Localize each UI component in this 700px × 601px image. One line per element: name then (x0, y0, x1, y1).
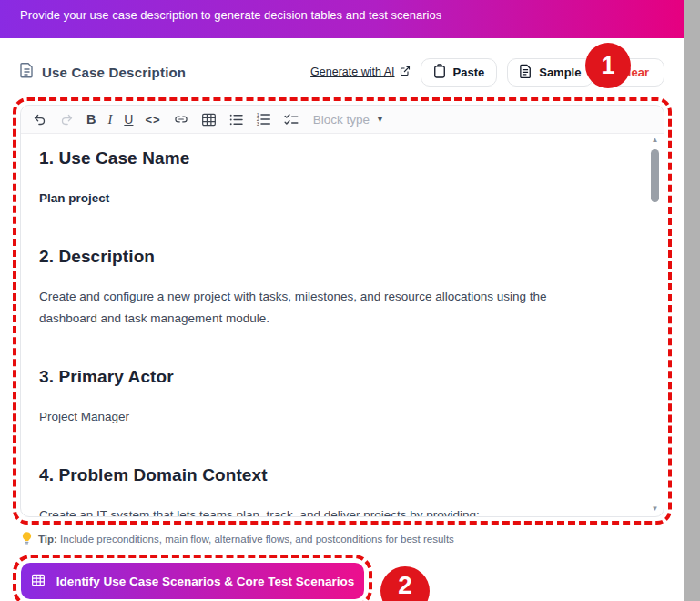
section-body: Plan project (39, 188, 585, 209)
editor-content[interactable]: 1. Use Case Name Plan project 2. Descrip… (21, 148, 664, 517)
tip-row: Tip: Include preconditions, main flow, a… (22, 532, 454, 546)
editor-scrollbar[interactable]: ▲ ▼ (649, 136, 661, 514)
link-icon[interactable] (173, 113, 189, 126)
annotation-badge-1: 1 (585, 43, 631, 88)
section-body: Create and configure a new project with … (39, 286, 585, 330)
app-window: Provide your use case description to gen… (0, 0, 700, 601)
generate-with-ai-label: Generate with AI (310, 66, 394, 78)
insert-table-icon[interactable] (201, 113, 217, 127)
use-case-editor: B I U <> (20, 105, 664, 517)
document-icon (20, 63, 34, 82)
editor-toolbar: B I U <> (21, 106, 664, 134)
scrollbar-thumb[interactable] (651, 149, 659, 202)
paste-label: Paste (453, 66, 485, 79)
section-heading: 2. Description (39, 247, 645, 267)
annotation-badge-2: 2 (380, 566, 430, 601)
section-body: Create an IT system that lets teams plan… (39, 504, 585, 517)
section-heading: 4. Problem Domain Context (39, 465, 645, 485)
generate-with-ai-link[interactable]: Generate with AI (310, 66, 410, 79)
undo-button[interactable] (32, 113, 47, 127)
section-header: Use Case Description Generate with AI (20, 55, 664, 89)
identify-scenarios-button[interactable]: Identify Use Case Scenarios & Core Test … (21, 563, 364, 599)
banner-text: Provide your use case description to gen… (20, 8, 441, 22)
annotation-box-action: Identify Use Case Scenarios & Core Test … (13, 555, 372, 601)
block-type-label: Block type (313, 113, 370, 127)
scroll-up-icon[interactable]: ▲ (649, 136, 661, 145)
info-banner: Provide your use case description to gen… (0, 0, 684, 38)
clipboard-icon (433, 64, 446, 81)
sample-label: Sample (539, 66, 581, 79)
numbered-list-icon[interactable]: 1 2 3 (256, 112, 271, 127)
sample-document-icon (520, 64, 532, 81)
identify-scenarios-label: Identify Use Case Scenarios & Core Test … (56, 575, 355, 588)
bullet-list-icon[interactable] (228, 113, 244, 127)
tip-label: Tip: (38, 534, 57, 545)
section-heading: 1. Use Case Name (39, 148, 645, 168)
page-title: Use Case Description (20, 63, 186, 82)
code-button[interactable]: <> (145, 113, 160, 127)
italic-button[interactable]: I (107, 112, 112, 127)
chevron-down-icon: ▼ (376, 115, 384, 124)
tip-body: Include preconditions, main flow, altern… (60, 534, 454, 545)
redo-button[interactable] (59, 113, 75, 127)
table-icon (31, 574, 46, 589)
annotation-box-editor: B I U <> (13, 97, 672, 525)
underline-button[interactable]: U (124, 112, 133, 127)
scroll-down-icon[interactable]: ▼ (649, 504, 661, 514)
paste-button[interactable]: Paste (421, 58, 498, 87)
lightbulb-icon (22, 532, 32, 546)
svg-text:3: 3 (256, 121, 259, 127)
section-body: Project Manager (39, 406, 585, 428)
page-scrollbar[interactable] (684, 0, 700, 601)
check-list-icon[interactable] (283, 113, 299, 127)
block-type-dropdown[interactable]: Block type ▼ (313, 113, 384, 127)
page-title-label: Use Case Description (42, 65, 186, 80)
section-heading: 3. Primary Actor (39, 367, 645, 387)
external-link-icon (400, 66, 411, 79)
tip-text: Tip: Include preconditions, main flow, a… (38, 534, 454, 545)
bold-button[interactable]: B (86, 112, 96, 127)
sample-button[interactable]: Sample (507, 58, 593, 87)
